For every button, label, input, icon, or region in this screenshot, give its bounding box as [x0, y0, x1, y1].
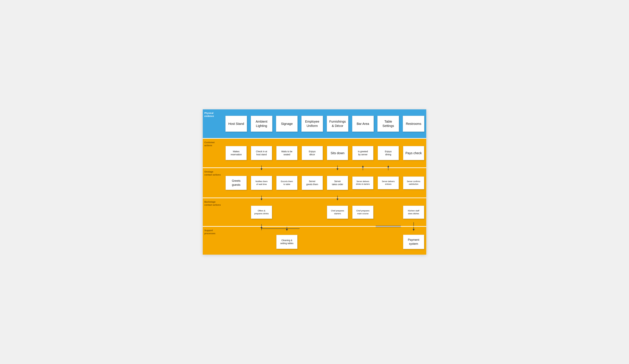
onstage-col-2: Escorts themto table	[274, 168, 300, 197]
card-employee-uniform: EmployeeUniform	[302, 116, 323, 132]
card-server-greets: Servergreets them	[302, 176, 323, 190]
svg-marker-17	[413, 229, 415, 231]
onstage-col-1: Notifies themof wait time	[249, 168, 274, 197]
support-col-1	[249, 227, 274, 255]
card-makes-reservation: Makesreservation	[226, 146, 247, 160]
onstage-label: Onstagecontact actions	[203, 168, 223, 197]
card-offers-drinks: Offers &prepares drinks	[251, 206, 272, 219]
onstage-col-6: Server deliversentrees	[376, 168, 401, 197]
card-check-in: Check in athost stand	[251, 146, 272, 160]
pe-col-4: Furnishings& Décor	[325, 109, 350, 138]
ca-col-1: Check in athost stand	[249, 139, 274, 167]
backstage-col-7: Kitchen staffdoes dishes	[401, 198, 426, 226]
support-col-6	[376, 227, 401, 255]
card-host-stand: Host Stand	[225, 116, 247, 132]
onstage-col-3: Servergreets them	[300, 168, 325, 197]
card-signage: Signage	[276, 116, 298, 132]
ca-col-7: Pays check	[401, 139, 426, 167]
ca-col-3: Enjoysdécor	[300, 139, 325, 167]
support-row: Supportprocesses Cleaning &setting table…	[203, 227, 426, 255]
arrow-up-5	[361, 166, 364, 171]
svg-marker-5	[362, 166, 364, 167]
card-payment-system: Paymentsystem	[403, 235, 424, 249]
svg-marker-7	[387, 166, 389, 167]
ca-col-5: Is greetedby server	[350, 139, 376, 167]
card-notifies-wait: Notifies themof wait time	[251, 176, 272, 190]
card-greeted-server: Is greetedby server	[352, 146, 373, 160]
arrow-down-backstage-1	[260, 224, 263, 230]
card-pays-check: Pays check	[403, 146, 424, 160]
svg-marker-9	[261, 198, 262, 200]
card-restrooms: Restrooms	[403, 116, 424, 132]
svg-marker-3	[336, 168, 338, 170]
physical-evidence-label: Physical evidence	[203, 109, 223, 138]
customer-actions-label: Customeractions	[203, 139, 223, 167]
onstage-col-5: Server deliversdrinks & starters	[350, 168, 376, 197]
support-col-0	[223, 227, 249, 255]
card-server-confirms: Server confirmssatisfaction	[403, 177, 424, 189]
ca-col-4: Sits down	[325, 139, 350, 167]
svg-marker-15	[286, 229, 288, 231]
backstage-col-4: Chef preparesstarters	[325, 198, 350, 226]
ca-col-0: Makesreservation	[223, 139, 249, 167]
pe-col-1: AmbientLighting	[249, 109, 274, 138]
backstage-col-1: Offers &prepares drinks	[249, 198, 274, 226]
pe-col-6: TableSettings	[376, 109, 401, 138]
pe-col-2: Signage	[274, 109, 300, 138]
arrow-to-payment	[412, 227, 415, 232]
ca-col-6: Enjoysdining	[376, 139, 401, 167]
arrow-down-onstage-1	[260, 196, 263, 201]
arrow-down-1	[260, 166, 263, 171]
support-label: Supportprocesses	[203, 227, 223, 255]
card-bar-area: Bar Area	[352, 116, 374, 132]
card-waits: Waits to beseated	[276, 146, 298, 160]
onstage-col-4: Servertakes order	[325, 168, 350, 197]
backstage-label: Backstagecontact actions	[203, 198, 223, 226]
support-col-5	[350, 227, 376, 255]
svg-marker-13	[261, 227, 262, 229]
customer-actions-row: Customeractions Makesreservation Check i…	[203, 139, 426, 167]
card-cleaning: Cleaning &setting tables	[276, 235, 298, 249]
backstage-col-2	[274, 198, 300, 226]
backstage-col-0	[223, 198, 249, 226]
card-server-delivers-entrees: Server deliversentrees	[378, 177, 399, 189]
arrow-down-onstage-4	[336, 196, 339, 201]
pe-col-0: Host Stand	[223, 109, 249, 138]
card-server-takes-order: Servertakes order	[327, 176, 348, 190]
card-ambient-lighting: AmbientLighting	[251, 116, 272, 132]
support-col-4	[325, 227, 350, 255]
arrow-up-6	[387, 166, 390, 171]
arrow-to-cleaning	[285, 227, 289, 232]
backstage-col-6	[376, 198, 401, 226]
blueprint-diagram: Physical evidence Host Stand AmbientLigh…	[203, 109, 426, 255]
card-escorts: Escorts themto table	[276, 176, 298, 190]
card-enjoys-dining: Enjoysdining	[378, 146, 399, 160]
card-sits-down: Sits down	[327, 146, 348, 160]
card-furnishings: Furnishings& Décor	[327, 116, 348, 132]
card-greets-guests: Greetsguests	[226, 176, 247, 190]
card-kitchen-staff: Kitchen staffdoes dishes	[403, 206, 424, 219]
pe-col-7: Restrooms	[401, 109, 426, 138]
backstage-col-3	[300, 198, 325, 226]
card-table-settings: TableSettings	[377, 116, 399, 132]
pe-col-5: Bar Area	[350, 109, 376, 138]
arrow-down-4	[336, 166, 339, 171]
card-chef-starters: Chef preparesstarters	[327, 206, 348, 219]
physical-evidence-row: Physical evidence Host Stand AmbientLigh…	[203, 109, 426, 138]
card-enjoys-decor: Enjoysdécor	[302, 146, 323, 160]
pe-col-3: EmployeeUniform	[300, 109, 325, 138]
onstage-row: Onstagecontact actions Greetsguests Noti…	[203, 168, 426, 197]
support-col-3	[300, 227, 325, 255]
svg-marker-11	[336, 198, 338, 200]
onstage-col-0: Greetsguests	[223, 168, 249, 197]
backstage-row: Backstagecontact actions Offers &prepare…	[203, 198, 426, 226]
card-server-delivers-drinks: Server deliversdrinks & starters	[352, 177, 373, 189]
card-chef-main: Chef preparesmain course	[352, 206, 373, 219]
ca-col-2: Waits to beseated	[274, 139, 300, 167]
onstage-col-7: Server confirmssatisfaction	[401, 168, 426, 197]
backstage-col-5: Chef preparesmain course	[350, 198, 376, 226]
support-col-7: Paymentsystem	[401, 227, 426, 255]
support-col-2: Cleaning &setting tables	[274, 227, 300, 255]
svg-marker-1	[261, 168, 262, 170]
